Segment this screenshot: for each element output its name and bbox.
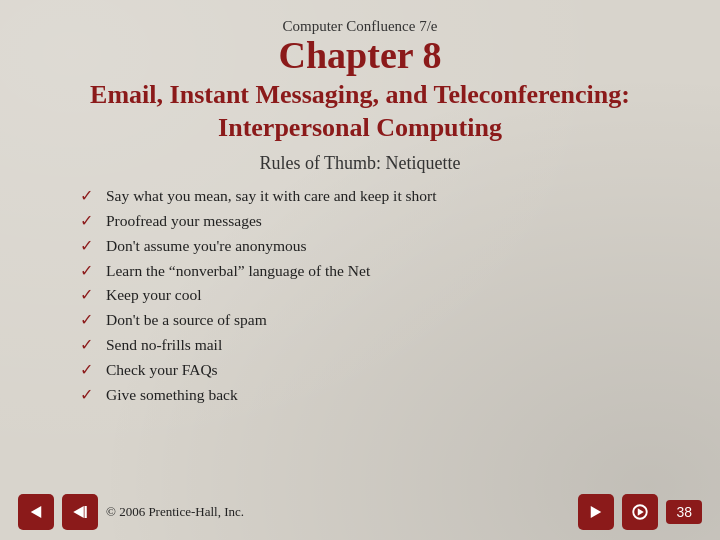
prev-step-icon <box>73 506 84 518</box>
prev-step-button[interactable] <box>62 494 98 530</box>
footer: © 2006 Prentice-Hall, Inc. 38 <box>0 494 720 530</box>
list-item: ✓Learn the “nonverbal” language of the N… <box>80 259 640 284</box>
next-circle-icon <box>638 508 644 516</box>
list-item: ✓Say what you mean, say it with care and… <box>80 184 640 209</box>
page-number: 38 <box>666 500 702 524</box>
checkmark-icon: ✓ <box>80 308 96 333</box>
next-button[interactable] <box>578 494 614 530</box>
list-item: ✓Don't assume you're anonymous <box>80 234 640 259</box>
list-item: ✓Don't be a source of spam <box>80 308 640 333</box>
list-item-text: Give something back <box>106 383 238 407</box>
list-item-text: Keep your cool <box>106 283 202 307</box>
prev-button[interactable] <box>18 494 54 530</box>
list-item-text: Don't assume you're anonymous <box>106 234 307 258</box>
slide: Computer Confluence 7/e Chapter 8 Email,… <box>0 0 720 540</box>
checkmark-icon: ✓ <box>80 383 96 408</box>
list-item-text: Say what you mean, say it with care and … <box>106 184 437 208</box>
subtitle: Computer Confluence 7/e <box>283 18 438 35</box>
list-item-text: Send no-frills mail <box>106 333 222 357</box>
list-item: ✓Check your FAQs <box>80 358 640 383</box>
email-title-line1: Email, Instant Messaging, and Teleconfer… <box>90 79 630 110</box>
footer-left: © 2006 Prentice-Hall, Inc. <box>18 494 244 530</box>
list-item-text: Check your FAQs <box>106 358 218 382</box>
checkmark-icon: ✓ <box>80 184 96 209</box>
prev-bar-icon <box>85 506 87 518</box>
list-item: ✓Keep your cool <box>80 283 640 308</box>
list-item-text: Don't be a source of spam <box>106 308 267 332</box>
list-item: ✓Proofread your messages <box>80 209 640 234</box>
copyright-text: © 2006 Prentice-Hall, Inc. <box>106 504 244 520</box>
next-circle-button[interactable] <box>622 494 658 530</box>
checkmark-icon: ✓ <box>80 209 96 234</box>
checkmark-icon: ✓ <box>80 358 96 383</box>
chapter-title: Chapter 8 <box>279 35 442 77</box>
checkmark-icon: ✓ <box>80 283 96 308</box>
list-item-text: Proofread your messages <box>106 209 262 233</box>
checkmark-icon: ✓ <box>80 259 96 284</box>
footer-right: 38 <box>578 494 702 530</box>
rules-heading: Rules of Thumb: Netiquette <box>259 153 460 174</box>
checklist: ✓Say what you mean, say it with care and… <box>80 184 640 407</box>
checkmark-icon: ✓ <box>80 333 96 358</box>
prev-icon <box>31 506 42 518</box>
list-item-text: Learn the “nonverbal” language of the Ne… <box>106 259 370 283</box>
list-item: ✓Give something back <box>80 383 640 408</box>
checkmark-icon: ✓ <box>80 234 96 259</box>
list-item: ✓Send no-frills mail <box>80 333 640 358</box>
email-title-line2: Interpersonal Computing <box>218 112 502 143</box>
next-icon <box>591 506 602 518</box>
